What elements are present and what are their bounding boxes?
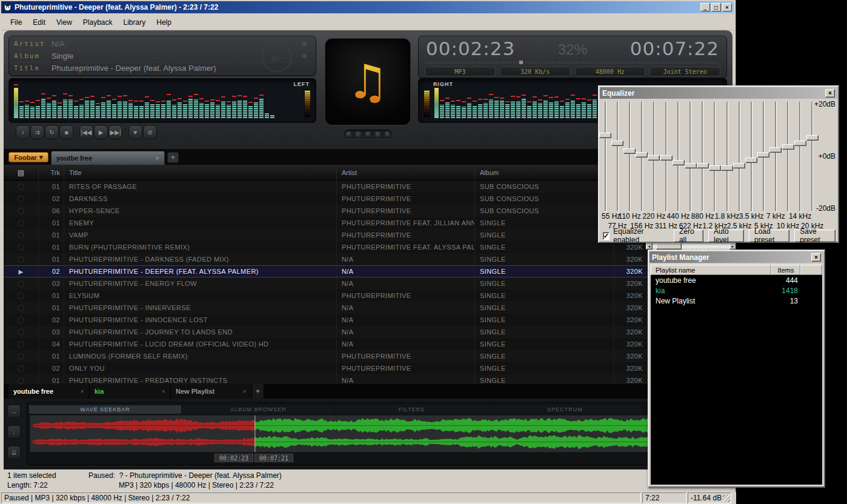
art-dot[interactable] bbox=[356, 131, 361, 137]
eq-slider-track[interactable] bbox=[726, 102, 728, 212]
previous-button[interactable]: |◀◀ bbox=[79, 125, 93, 139]
menu-edit[interactable]: Edit bbox=[27, 16, 51, 28]
table-row[interactable]: 03PHUTUREPRIMITIVE - JOURNEY TO LANDS EN… bbox=[4, 326, 732, 338]
info-zoom-icon[interactable]: ⊕ bbox=[302, 52, 307, 60]
menu-library[interactable]: Library bbox=[118, 16, 151, 28]
table-row[interactable]: 02ONLY YOUPHUTUREPRIMITIVESINGLE320K bbox=[4, 362, 732, 374]
eq-slider-thumb[interactable] bbox=[623, 148, 636, 154]
eq-slider-track[interactable] bbox=[799, 102, 801, 212]
panel-tab-filters[interactable]: FILTERS bbox=[336, 405, 488, 414]
playlist-tab-new-playlist[interactable]: New Playlist× bbox=[171, 384, 252, 399]
add-tab-button[interactable]: + bbox=[167, 152, 179, 163]
eq-slider-track[interactable] bbox=[617, 102, 619, 212]
tab-close-icon[interactable]: × bbox=[156, 154, 159, 162]
eq-slider-track[interactable] bbox=[689, 102, 691, 212]
header-status-col[interactable]: ▤ bbox=[4, 165, 39, 180]
album-art[interactable]: ♫ bbox=[325, 38, 411, 125]
waveform-seekbar[interactable] bbox=[30, 415, 724, 453]
next-button[interactable]: ▶▶| bbox=[108, 125, 122, 139]
load-preset-button[interactable]: Load preset bbox=[749, 230, 789, 242]
playlist-tab-kia[interactable]: kia× bbox=[90, 384, 171, 399]
panel-tab-wave-seekbar[interactable]: WAVE SEEKBAR bbox=[29, 405, 181, 414]
eq-slider-thumb[interactable] bbox=[721, 165, 733, 171]
equalizer-titlebar[interactable]: Equalizer × bbox=[600, 87, 837, 99]
playlist-top-tab[interactable]: youtbe free × bbox=[51, 151, 165, 165]
auto-level-button[interactable]: Auto level bbox=[708, 230, 744, 242]
stop-button[interactable]: ■ bbox=[59, 125, 73, 139]
playlist-manager-titlebar[interactable]: Playlist Manager × bbox=[649, 251, 823, 263]
codec-button[interactable]: MP3 bbox=[425, 67, 496, 76]
eq-slider-thumb[interactable] bbox=[648, 155, 660, 161]
tab-close-icon[interactable]: × bbox=[243, 388, 247, 395]
repeat-button[interactable]: ↻ bbox=[45, 125, 59, 139]
playback-order-icon[interactable]: ♪ bbox=[16, 125, 30, 139]
header-trk[interactable]: Trk bbox=[39, 165, 64, 180]
eq-slider-thumb[interactable] bbox=[745, 158, 757, 163]
ban-button[interactable]: ⊘ bbox=[143, 125, 157, 139]
equalizer-close-button[interactable]: × bbox=[825, 89, 835, 98]
seekbar-thumb[interactable] bbox=[519, 61, 523, 64]
playlist-tab-youtube-free[interactable]: youtube free× bbox=[8, 384, 90, 399]
table-row[interactable]: 01PHUTUREPRIMITIVE - PREDATORY INSTINCTS… bbox=[4, 374, 732, 384]
maximize-button[interactable]: □ bbox=[711, 3, 721, 12]
eq-slider-track[interactable] bbox=[605, 102, 606, 212]
equalizer-enabled-checkbox[interactable]: ✓ bbox=[603, 232, 610, 240]
art-dot[interactable] bbox=[385, 131, 390, 137]
header-title[interactable]: Title bbox=[64, 165, 337, 180]
art-dot[interactable] bbox=[346, 131, 351, 137]
art-pager-dots[interactable] bbox=[344, 130, 391, 139]
table-row[interactable]: 01LUMINOUS (FORMER SELF REMIX)PHUTUREPRI… bbox=[4, 350, 732, 362]
eq-slider-track[interactable] bbox=[629, 102, 631, 212]
eq-slider-thumb[interactable] bbox=[599, 133, 611, 138]
bitrate-button[interactable]: 320 Kb/s bbox=[500, 67, 571, 76]
shuffle-button[interactable]: ⇉ bbox=[30, 125, 44, 139]
add-playlist-button[interactable]: + bbox=[252, 384, 264, 399]
eq-slider-track[interactable] bbox=[714, 102, 716, 212]
channelmode-button[interactable]: Joint Stereo bbox=[649, 67, 720, 76]
eq-slider-thumb[interactable] bbox=[733, 163, 745, 168]
titlebar[interactable]: Phutureprimitive - Deeper (feat. Alyssa … bbox=[1, 1, 734, 13]
playlist-manager-row[interactable]: New Playlist13 bbox=[651, 296, 822, 306]
eq-slider-thumb[interactable] bbox=[697, 163, 709, 168]
eq-slider-track[interactable] bbox=[702, 102, 703, 212]
eq-slider-thumb[interactable] bbox=[611, 141, 623, 146]
play-button[interactable]: ▶ bbox=[94, 125, 108, 139]
pm-header-items[interactable]: Items bbox=[771, 265, 800, 275]
art-dot[interactable] bbox=[365, 131, 371, 137]
table-row[interactable]: 01PHUTUREPRIMITIVE - DARKNESS (FADED MIX… bbox=[4, 253, 732, 265]
menu-file[interactable]: File bbox=[5, 16, 27, 28]
eq-slider-track[interactable] bbox=[811, 102, 813, 212]
eq-slider-thumb[interactable] bbox=[636, 152, 648, 158]
menu-help[interactable]: Help bbox=[151, 16, 177, 28]
eq-slider-thumb[interactable] bbox=[709, 165, 721, 171]
panel-dock-all-button[interactable]: ⇊ bbox=[7, 446, 21, 459]
eq-slider-track[interactable] bbox=[775, 102, 777, 212]
minimize-button[interactable]: _ bbox=[700, 3, 710, 12]
resize-grip[interactable] bbox=[723, 495, 730, 502]
seekbar[interactable] bbox=[426, 62, 719, 64]
eq-slider-thumb[interactable] bbox=[673, 160, 685, 165]
menu-view[interactable]: View bbox=[51, 16, 78, 28]
panel-resize-button[interactable]: ↔ bbox=[7, 405, 21, 418]
eq-slider-track[interactable] bbox=[677, 102, 679, 212]
menu-playback[interactable]: Playback bbox=[78, 16, 118, 28]
playlist-manager-row[interactable]: kia1418 bbox=[651, 285, 822, 296]
save-preset-button[interactable]: Save preset bbox=[794, 230, 835, 242]
info-add-icon[interactable]: ⊞ bbox=[302, 40, 307, 48]
eq-slider-thumb[interactable] bbox=[806, 135, 819, 141]
eq-slider-track[interactable] bbox=[787, 102, 789, 212]
foobar-menu-button[interactable]: Foobar ▾ bbox=[8, 152, 48, 162]
table-row[interactable]: 03PHUTUREPRIMITIVE - ENERGY FLOWN/ASINGL… bbox=[4, 277, 732, 290]
table-row[interactable]: 01ELYSIUMPHUTUREPRIMITIVESINGLE320K bbox=[4, 290, 732, 302]
table-row[interactable]: 02PHUTUREPRIMITIVE - INNOCENCE LOSTN/ASI… bbox=[4, 314, 732, 326]
pm-header-name[interactable]: Playlist name bbox=[651, 265, 771, 275]
eq-slider-track[interactable] bbox=[739, 102, 740, 212]
samplerate-button[interactable]: 48000 Hz bbox=[575, 67, 646, 76]
table-row[interactable]: 01PHUTUREPRIMITIVE - INNERVERSEN/ASINGLE… bbox=[4, 302, 732, 314]
eq-slider-thumb[interactable] bbox=[660, 155, 673, 161]
eq-slider-thumb[interactable] bbox=[794, 141, 806, 146]
eq-slider-thumb[interactable] bbox=[782, 144, 794, 150]
playlist-manager-close-button[interactable]: × bbox=[811, 253, 821, 262]
tab-close-icon[interactable]: × bbox=[81, 388, 84, 395]
panel-dock-button[interactable]: ↓ bbox=[7, 425, 21, 439]
